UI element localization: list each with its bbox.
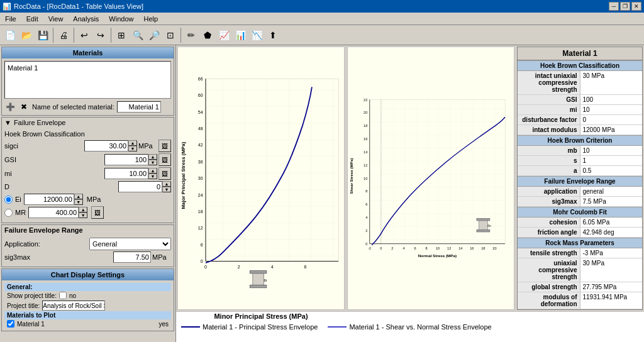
redo-button[interactable]: ↪ <box>93 28 108 43</box>
remove-material-button[interactable]: ✖ <box>18 101 30 113</box>
info-val-ucs: 30 MPa <box>580 258 643 282</box>
info-row-global: global strength 27.795 MPa <box>518 282 642 292</box>
mr-up[interactable]: ▲ <box>79 207 87 212</box>
d-up[interactable]: ▲ <box>162 181 171 187</box>
new-button[interactable]: 📄 <box>3 28 18 43</box>
gsi-img-btn[interactable]: 🖼 <box>158 153 171 166</box>
ei-input[interactable] <box>24 194 74 205</box>
menu-view[interactable]: View <box>46 14 66 24</box>
mr-down[interactable]: ▼ <box>79 212 87 218</box>
pencil-button[interactable]: ✏ <box>184 28 199 43</box>
sig3max-row: sig3max MPa <box>4 251 171 263</box>
svg-rect-22 <box>250 285 266 287</box>
menu-analysis[interactable]: Analysis <box>70 14 101 24</box>
show-title-value: no <box>69 292 76 299</box>
sigci-label: sigci <box>4 142 84 150</box>
minimize-button[interactable]: ─ <box>609 2 619 11</box>
d-input[interactable] <box>118 181 162 192</box>
sigci-down[interactable]: ▼ <box>128 146 137 152</box>
ei-up[interactable]: ▲ <box>74 194 83 199</box>
undo-button[interactable]: ↩ <box>77 28 92 43</box>
mi-input[interactable] <box>104 168 148 179</box>
mi-img-btn[interactable]: 🖼 <box>158 167 171 180</box>
gsi-down[interactable]: ▼ <box>148 160 157 165</box>
two-charts: 0 6 12 18 24 30 36 42 48 54 60 66 <box>176 45 516 311</box>
info-key-coh: cohesion <box>518 218 580 227</box>
chart-settings-header[interactable]: Chart Display Settings <box>2 269 174 280</box>
svg-text:Shear Stress (MPa): Shear Stress (MPa) <box>349 158 353 194</box>
failure-envelope-collapse[interactable]: ▼ Failure Envelope <box>2 118 174 128</box>
project-title-label: Project title: <box>7 302 40 309</box>
menu-help[interactable]: Help <box>141 14 160 24</box>
section1-title: Hoek Brown Criterion <box>518 135 642 146</box>
materials-content: Material 1 ➕ ✖ Name of selected material… <box>2 58 174 115</box>
material1-checkbox[interactable] <box>7 320 14 328</box>
menu-window[interactable]: Window <box>106 14 136 24</box>
sigci-input[interactable] <box>84 140 128 152</box>
svg-text:14: 14 <box>458 246 462 250</box>
material-item[interactable]: Material 1 <box>8 64 168 72</box>
materials-section: Materials Material 1 ➕ ✖ Name of selecte… <box>1 47 174 116</box>
menu-edit[interactable]: Edit <box>24 14 41 24</box>
menu-file[interactable]: File <box>3 14 19 24</box>
mi-up[interactable]: ▲ <box>148 168 157 174</box>
zoom-fit-button[interactable]: ⊡ <box>163 28 178 43</box>
print-button[interactable]: 🖨 <box>56 28 71 43</box>
materials-header[interactable]: Materials <box>2 47 174 58</box>
info-row-edef: modulus of deformation 11931.941 MPa <box>518 292 642 309</box>
main-layout: Materials Material 1 ➕ ✖ Name of selecte… <box>0 45 644 342</box>
mr-img-btn[interactable]: 🖼 <box>91 206 104 219</box>
info-val-a: 0.5 <box>580 166 643 175</box>
info-row-mb: mb 10 <box>518 146 642 156</box>
zoom-out-button[interactable]: 🔎 <box>147 28 162 43</box>
collapse-arrow-icon: ▼ <box>4 119 11 126</box>
svg-text:20: 20 <box>492 246 496 250</box>
gsi-input[interactable] <box>104 154 148 165</box>
sigci-img-btn[interactable]: 🖼 <box>158 140 171 152</box>
svg-text:14: 14 <box>364 150 367 154</box>
mr-radio[interactable] <box>4 209 13 217</box>
sig3max-input[interactable] <box>113 251 151 263</box>
gsi-up[interactable]: ▲ <box>148 154 157 160</box>
application-select[interactable]: General <box>89 238 171 250</box>
svg-text:66: 66 <box>198 77 203 81</box>
mr-input[interactable] <box>28 207 79 218</box>
title-bar: 📊 RocData - [RocData1 - Table Values Vie… <box>0 0 644 13</box>
svg-text:12: 12 <box>198 226 203 230</box>
table-button[interactable]: ⊞ <box>114 28 129 43</box>
ei-radio[interactable] <box>4 196 13 204</box>
info-row-dist: disturbance factor 0 <box>518 115 642 125</box>
project-title-input[interactable] <box>42 301 105 311</box>
info-row-tens: tensile strength -3 MPa <box>518 248 642 258</box>
show-title-checkbox[interactable] <box>59 292 67 299</box>
add-material-button[interactable]: ➕ <box>4 101 16 113</box>
info-row-fric: friction angle 42.948 deg <box>518 228 642 238</box>
material-name-input[interactable] <box>117 101 161 113</box>
svg-text:0: 0 <box>365 242 367 246</box>
open-button[interactable]: 📂 <box>19 28 34 43</box>
chart1-button[interactable]: 📈 <box>216 28 231 43</box>
svg-text:0: 0 <box>201 259 203 263</box>
materials-list[interactable]: Material 1 <box>4 61 171 99</box>
info-val-coh: 6.05 MPa <box>580 218 643 227</box>
ei-down[interactable]: ▼ <box>74 199 83 205</box>
toolbar: 📄 📂 💾 🖨 ↩ ↪ ⊞ 🔍 🔎 ⊡ ✏ ⬟ 📈 📊 📉 ⬆ <box>0 25 644 45</box>
rock-button[interactable]: ⬟ <box>200 28 215 43</box>
close-button[interactable]: ✕ <box>631 2 641 11</box>
info-val-sigci: 30 MPa <box>580 71 643 94</box>
svg-text:Major Principal Stress (MPa): Major Principal Stress (MPa) <box>180 141 186 209</box>
info-key-app: application <box>518 187 580 196</box>
save-button[interactable]: 💾 <box>35 28 50 43</box>
mi-down[interactable]: ▼ <box>148 174 157 179</box>
export-button[interactable]: ⬆ <box>265 28 280 43</box>
zoom-in-button[interactable]: 🔍 <box>130 28 145 43</box>
d-down[interactable]: ▼ <box>162 187 171 192</box>
chart3-button[interactable]: 📉 <box>249 28 264 43</box>
sigci-up[interactable]: ▲ <box>128 140 137 146</box>
svg-text:6: 6 <box>365 202 367 206</box>
svg-text:0: 0 <box>204 265 207 269</box>
sep3 <box>111 28 111 43</box>
info-key-sigci: intact uniaxial compressive strength <box>518 71 580 94</box>
chart2-button[interactable]: 📊 <box>233 28 248 43</box>
restore-button[interactable]: ❐ <box>620 2 630 11</box>
